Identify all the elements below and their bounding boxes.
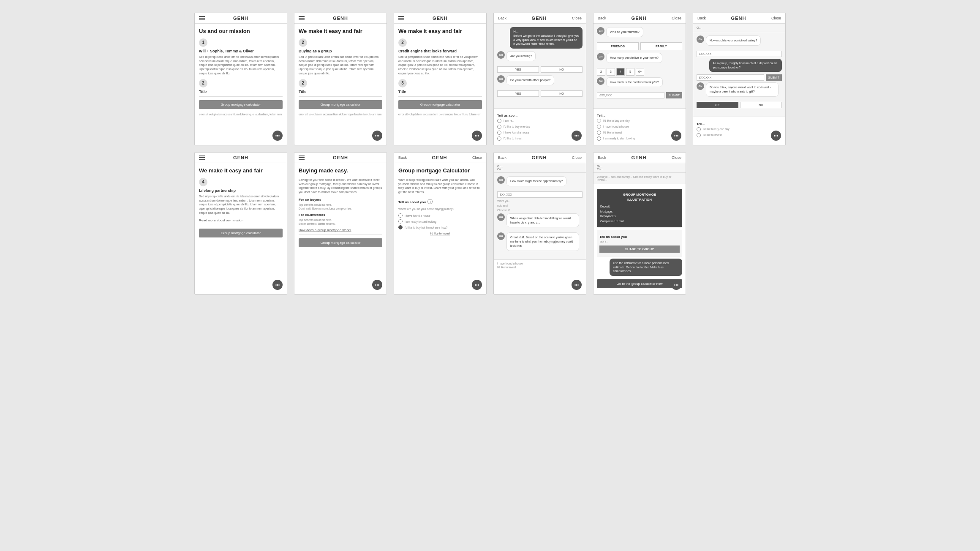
radio-circle-2[interactable] xyxy=(497,125,501,129)
more-button-9[interactable]: ••• xyxy=(472,280,482,290)
deposit-input[interactable] xyxy=(697,74,764,81)
tab-row-5: FRIENDS FAMILY xyxy=(597,42,682,50)
more-button-3[interactable]: ••• xyxy=(472,131,482,141)
cta-button-7[interactable]: Group mortgage calculator xyxy=(199,229,283,237)
screen-10-header: Back GENH Close xyxy=(494,153,586,163)
back-button-5[interactable]: Back xyxy=(598,16,606,20)
tell-bottom-10: I have found a house I'd like to invest xyxy=(494,259,586,271)
radio-circle-5-3[interactable] xyxy=(597,131,601,135)
back-button-11[interactable]: Back xyxy=(598,155,606,160)
more-button-5[interactable]: ••• xyxy=(671,131,681,141)
yes-button-1[interactable]: YES xyxy=(497,66,539,73)
family-tab[interactable]: FAMILY xyxy=(640,42,682,50)
chat-row-6-1: GH How much is your combined salary? xyxy=(697,35,782,48)
more-button-6[interactable]: ••• xyxy=(771,131,781,141)
avatar-10-1: GH xyxy=(497,176,505,184)
radio-circle-6-1[interactable] xyxy=(697,127,701,131)
no-button-2[interactable]: NO xyxy=(541,90,583,97)
screen-2-header: GENH xyxy=(294,13,387,24)
num-6plus[interactable]: 6+ xyxy=(636,68,644,76)
screen-11-top: Gr... Ca... xyxy=(593,163,686,173)
radio-circle-6-2[interactable] xyxy=(697,133,701,137)
close-button-4[interactable]: Close xyxy=(572,16,582,20)
co-investors-text2: Better contract. Better returns. xyxy=(299,222,382,226)
more-button-4[interactable]: ••• xyxy=(572,131,582,141)
share-to-group-btn[interactable]: SHARE TO GROUP xyxy=(599,245,680,253)
hamburger-icon-8[interactable] xyxy=(299,155,305,160)
hamburger-icon-3[interactable] xyxy=(398,16,404,20)
screen-7-header: GENH xyxy=(195,153,287,163)
radio-circle-1[interactable] xyxy=(497,119,501,123)
screen-11-intro: Want yo... nds and family... Choose if t… xyxy=(593,173,686,184)
yes-button-6[interactable]: YES xyxy=(697,102,738,108)
co-buyers-text2: Don't wait. Borrow more. Less compromise… xyxy=(299,207,382,210)
radio-label-5-4: I am ready to start looking xyxy=(603,136,635,140)
more-button-1[interactable]: ••• xyxy=(272,131,283,141)
tell-us-header: Tell us about you i xyxy=(398,198,482,205)
submit-button-5[interactable]: SUBMIT xyxy=(666,92,682,98)
cta-button-2[interactable]: Group mortgage calculator xyxy=(299,100,382,109)
radio-ready[interactable] xyxy=(398,219,403,224)
yes-no-group-2: YES NO xyxy=(497,90,583,97)
body-text-7: Sed ut perspiciatis unde omnis iste natu… xyxy=(199,194,283,215)
radio-circle-5-2[interactable] xyxy=(597,125,601,129)
chat-bubble-user-2: Do you rent with other people? xyxy=(506,75,554,85)
radio-label-6-1: I'd like to buy one day xyxy=(703,127,730,131)
more-button-2[interactable]: ••• xyxy=(372,131,382,141)
chat-row-5-1: GH Who do you rent with? xyxy=(597,27,682,40)
how-group-link[interactable]: How does a group mortgage work? xyxy=(299,228,382,232)
invest-link[interactable]: I'd like to invest xyxy=(398,232,482,235)
salary-input[interactable] xyxy=(697,51,782,57)
hamburger-icon[interactable] xyxy=(199,16,205,20)
more-button-7[interactable]: ••• xyxy=(272,280,283,290)
screen-11: Back GENH Close Gr... Ca... Want yo... n… xyxy=(593,152,686,295)
radio-found-house[interactable] xyxy=(398,213,403,218)
section-subtitle-3: Buying as a group xyxy=(299,49,382,53)
cta-button-8[interactable]: Group mortgage calculator xyxy=(299,238,382,247)
hamburger-icon-7[interactable] xyxy=(199,155,205,160)
no-button-6[interactable]: NO xyxy=(740,102,782,108)
screen-8-logo: GENH xyxy=(333,155,348,160)
info-icon[interactable]: i xyxy=(427,199,433,204)
go-to-calculator-btn[interactable]: Go to the group calculator now xyxy=(597,279,682,288)
more-button-10[interactable]: ••• xyxy=(572,280,582,290)
num-3[interactable]: 3 xyxy=(607,68,615,76)
screen-6: Back GENH Close G... GH How much is your… xyxy=(693,13,786,145)
radio-circle-5-1[interactable] xyxy=(597,119,601,123)
radio-circle-3[interactable] xyxy=(497,131,501,135)
chat-bubble-10-2: When we get into detailed modelling we w… xyxy=(506,213,579,228)
close-button-11[interactable]: Close xyxy=(672,155,681,160)
cta-button-3[interactable]: Group mortgage calculator xyxy=(398,100,482,109)
submit-button-6[interactable]: SUBMIT xyxy=(766,74,782,81)
tell-us-section-4: Tell us abo... I am re... I'd like to bu… xyxy=(494,108,586,145)
num-2[interactable]: 2 xyxy=(597,68,605,76)
amount-input-10[interactable] xyxy=(497,191,583,198)
close-button-5[interactable]: Close xyxy=(672,16,681,20)
cta-button-1[interactable]: Group mortgage calculator xyxy=(199,100,283,109)
small-text-1: error sit voluptatem accusantium dolorem… xyxy=(199,112,283,116)
radio-circle-4[interactable] xyxy=(497,136,501,141)
num-4[interactable]: 4 xyxy=(616,68,625,76)
radio-not-sure[interactable] xyxy=(398,225,403,229)
back-button-4[interactable]: Back xyxy=(498,16,506,20)
num-5[interactable]: 5 xyxy=(626,68,634,76)
close-button-10[interactable]: Close xyxy=(572,155,582,160)
chat-bubble-bot-1: Hi...Before we get to the calculator I t… xyxy=(510,27,583,49)
hamburger-icon-2[interactable] xyxy=(299,16,305,20)
radio-circle-5-4[interactable] xyxy=(597,136,601,141)
avatar-5-1: GH xyxy=(597,27,604,35)
more-button-8[interactable]: ••• xyxy=(372,280,382,290)
friends-tab[interactable]: FRIENDS xyxy=(597,42,639,50)
back-button-10[interactable]: Back xyxy=(498,155,506,160)
rent-input[interactable] xyxy=(597,92,664,98)
chat-row-1: GH Are you renting? xyxy=(497,51,583,64)
no-button-1[interactable]: NO xyxy=(541,66,583,73)
avatar-5-2: GH xyxy=(597,53,604,60)
back-button-9[interactable]: Back xyxy=(398,155,407,160)
chat-bubble-5-1: Who do you rent with? xyxy=(606,27,643,37)
read-more-link[interactable]: Read more about our mission xyxy=(199,218,283,222)
yes-button-2[interactable]: YES xyxy=(497,90,539,97)
back-button-6[interactable]: Back xyxy=(697,16,706,20)
close-button-6[interactable]: Close xyxy=(771,16,781,20)
close-button-9[interactable]: Close xyxy=(472,155,482,160)
